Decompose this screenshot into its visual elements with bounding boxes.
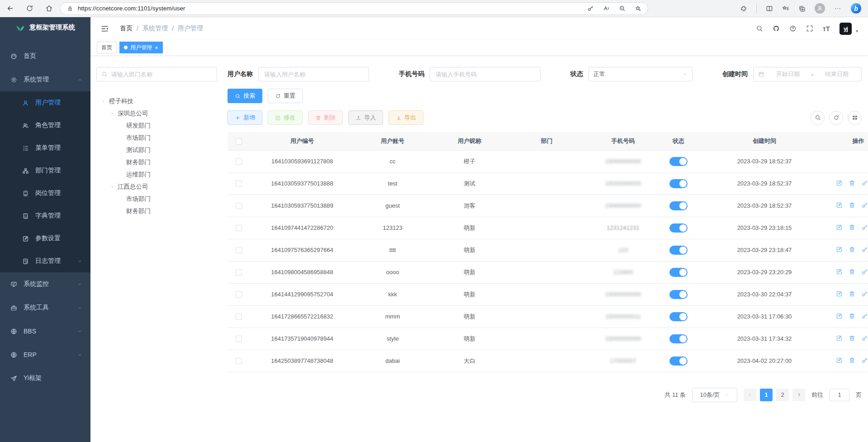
tree-node[interactable]: 江西总公司 — [96, 181, 217, 193]
sidebar-menu-item[interactable]: 系统管理 — [0, 68, 90, 91]
phone-input[interactable] — [430, 67, 541, 81]
status-toggle[interactable] — [669, 246, 688, 255]
pencil-square-icon[interactable] — [836, 224, 843, 231]
breadcrumb-home[interactable]: 首页 — [120, 24, 133, 33]
split-screen-icon[interactable] — [766, 5, 773, 12]
pencil-square-icon[interactable] — [836, 246, 843, 253]
status-toggle[interactable] — [669, 223, 688, 233]
status-toggle[interactable] — [669, 334, 688, 343]
date-start-placeholder[interactable]: 开始日期 — [768, 70, 808, 78]
sidebar-menu-item[interactable]: BBS — [0, 319, 90, 343]
extensions-puzzle-icon[interactable] — [740, 5, 747, 12]
browser-url-bar[interactable]: https://ccnetcore.com:1101/system/user — [60, 2, 648, 15]
key-icon[interactable] — [861, 224, 868, 231]
browser-back-icon[interactable] — [6, 5, 14, 12]
tag-user-management[interactable]: 用户管理 × — [119, 42, 163, 53]
favorites-star-lines-icon[interactable] — [782, 5, 789, 12]
date-end-placeholder[interactable]: 结束日期 — [817, 70, 857, 78]
key-icon[interactable] — [861, 180, 868, 186]
status-toggle[interactable] — [669, 312, 688, 321]
status-toggle[interactable] — [669, 268, 688, 277]
tree-expand-caret-icon[interactable] — [109, 111, 115, 116]
reset-button[interactable]: 重置 — [268, 89, 303, 103]
tree-node[interactable]: 深圳总公司 — [96, 107, 217, 119]
help-icon[interactable] — [789, 25, 797, 32]
sidebar-menu-item[interactable]: 系统工具 — [0, 296, 90, 319]
trash-icon[interactable] — [849, 202, 855, 209]
refresh-table-button[interactable] — [829, 111, 843, 125]
key-icon[interactable] — [861, 202, 868, 209]
sidebar-menu-item[interactable]: 部门管理 — [0, 159, 90, 182]
fullscreen-icon[interactable] — [806, 25, 813, 32]
sidebar-menu-item[interactable]: ERP — [0, 343, 90, 366]
copilot-icon[interactable]: b — [850, 3, 862, 14]
page-2-button[interactable]: 2 — [776, 389, 789, 401]
row-checkbox[interactable] — [236, 158, 242, 165]
row-checkbox[interactable] — [236, 336, 242, 342]
more-dots-icon[interactable] — [834, 5, 841, 12]
key-icon[interactable] — [861, 268, 868, 275]
trash-icon[interactable] — [849, 180, 855, 186]
select-all-checkbox[interactable] — [236, 138, 242, 145]
pencil-square-icon[interactable] — [836, 313, 843, 319]
sidebar-menu-item[interactable]: 用户管理 — [0, 91, 90, 114]
dept-search-input[interactable] — [96, 67, 217, 81]
browser-avatar[interactable] — [815, 3, 825, 14]
browser-refresh-icon[interactable] — [26, 5, 33, 12]
read-aloud-icon[interactable] — [603, 5, 610, 12]
trash-icon[interactable] — [849, 313, 855, 319]
page-1-button[interactable]: 1 — [760, 389, 773, 401]
row-checkbox[interactable] — [236, 314, 242, 320]
status-toggle[interactable] — [669, 290, 688, 299]
date-range-picker[interactable]: 开始日期 - 结束日期 — [753, 67, 862, 81]
browser-home-icon[interactable] — [45, 5, 53, 12]
edit-button[interactable]: 修改 — [268, 110, 303, 125]
tree-expand-caret-icon[interactable] — [109, 185, 115, 189]
tree-node[interactable]: 研发部门 — [96, 119, 217, 132]
pencil-square-icon[interactable] — [836, 335, 843, 342]
status-toggle[interactable] — [669, 157, 688, 166]
pencil-square-icon[interactable] — [836, 357, 843, 364]
tree-node[interactable]: 橙子科技 — [96, 95, 217, 107]
trash-icon[interactable] — [849, 246, 855, 253]
delete-button[interactable]: 删除 — [308, 110, 343, 125]
tree-node[interactable]: 财务部门 — [96, 205, 217, 217]
row-checkbox[interactable] — [236, 225, 242, 231]
sidebar-menu-item[interactable]: 参数设置 — [0, 227, 90, 250]
key-icon[interactable] — [861, 290, 868, 297]
export-button[interactable]: 导出 — [389, 110, 423, 125]
show-search-toggle-button[interactable] — [811, 111, 825, 125]
trash-icon[interactable] — [849, 335, 855, 342]
sidebar-toggle-icon[interactable] — [97, 24, 113, 33]
prev-page-button[interactable] — [744, 389, 756, 401]
user-avatar[interactable]: yj — [840, 23, 852, 35]
sidebar-menu-item[interactable]: 岗位管理 — [0, 182, 90, 204]
pencil-square-icon[interactable] — [836, 180, 843, 186]
trash-icon[interactable] — [849, 290, 855, 297]
sidebar-menu-item[interactable]: 字典管理 — [0, 204, 90, 227]
sidebar-menu-item[interactable]: Yi框架 — [0, 366, 90, 390]
password-key-icon[interactable] — [587, 5, 594, 12]
tree-node[interactable]: 运维部门 — [96, 168, 217, 181]
row-checkbox[interactable] — [236, 269, 242, 276]
status-select[interactable]: 正常 — [588, 67, 693, 81]
sidebar-menu-item[interactable]: 首页 — [0, 44, 90, 68]
tag-home[interactable]: 首页 — [97, 42, 117, 53]
row-checkbox[interactable] — [236, 247, 242, 253]
zoom-out-icon[interactable] — [619, 5, 626, 12]
page-size-select[interactable]: 10条/页 — [692, 388, 737, 402]
add-favorite-icon[interactable] — [635, 5, 641, 12]
header-search-icon[interactable] — [756, 25, 763, 32]
tree-node[interactable]: 市场部门 — [96, 132, 217, 144]
github-icon[interactable] — [773, 25, 780, 32]
trash-icon[interactable] — [849, 357, 855, 364]
url-text[interactable]: https://ccnetcore.com:1101/system/user — [78, 5, 583, 12]
tag-close-icon[interactable]: × — [155, 45, 158, 51]
sidebar-menu-item[interactable]: 角色管理 — [0, 114, 90, 137]
tree-expand-caret-icon[interactable] — [101, 99, 106, 104]
trash-icon[interactable] — [849, 224, 855, 231]
key-icon[interactable] — [861, 246, 868, 253]
trash-icon[interactable] — [849, 268, 855, 275]
goto-page-input[interactable] — [830, 389, 849, 401]
row-checkbox[interactable] — [236, 203, 242, 209]
